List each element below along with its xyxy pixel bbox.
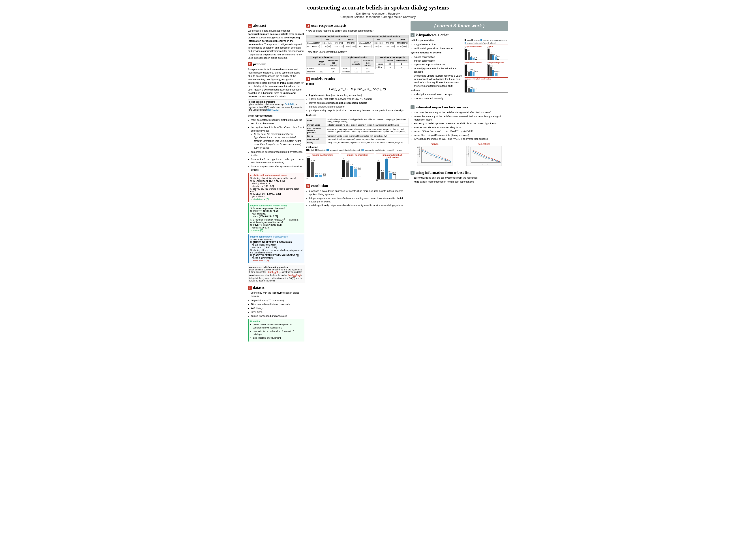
task-curves: natives 1.0 0.5 0 word-error-rate — [411, 142, 508, 166]
models-number: 4 — [306, 77, 310, 81]
svg-text:probability of task success: probability of task success — [468, 146, 470, 157]
dialog-explicit-correct: explicit confirmation (correct value) S:… — [248, 173, 305, 202]
k-hyp-content: belief representation k hypotheses + oth… — [411, 39, 508, 101]
explicit-chart: explicit confirmation 39.5 31.15 3.37 — [306, 153, 339, 182]
bar-unplanned-proposed-priors: 12.64 — [389, 173, 392, 179]
feature-row-initial: initial initial confidence score of top … — [306, 118, 409, 123]
feature-row-lexical: lexical number of words, lexical terms h… — [306, 134, 409, 137]
nbest-title: using information from n-best lists — [416, 170, 471, 175]
dialog-implicit-correct: implicit confirmation (correct value) S:… — [248, 203, 305, 233]
dataset-title: dataset — [253, 285, 264, 290]
models-title: models, results — [311, 77, 335, 81]
legend-proposed-priors: proposed model (basic + priors) — [361, 149, 393, 151]
feature-row-sysaction: system action indicators describing othe… — [306, 123, 409, 126]
feature-row-dialog: dialog dialog state, turn number, expect… — [306, 141, 409, 144]
impact-list: how does the accuracy of the belief upda… — [411, 111, 508, 141]
formula: Confupd(thc) ← M (Confinit(thc), SA(C), … — [306, 87, 409, 92]
page-title: constructing accurate beliefs in spoken … — [246, 0, 510, 12]
bar-unplanned-heuristic: 15.40 — [381, 172, 384, 179]
problem-header: 2 problem — [248, 62, 305, 67]
explicit-correct-table: explicit confirmation User correctsUser … — [306, 56, 339, 73]
evaluation-title: evaluation — [306, 146, 409, 148]
legend-initial: initial — [306, 149, 314, 151]
nbest-header: c using information from n-best lists — [411, 170, 508, 175]
k-hyp-letter: a — [411, 33, 415, 37]
dialog-implicit-incorrect: implicit confirmation (incorrect value) … — [248, 235, 305, 263]
strategic-table: users interact strategically –criticalco… — [375, 56, 409, 69]
chart-legend: initial heuristic proposed model (basic … — [306, 149, 409, 151]
response-tables-wrap: responses to explicit confirmations YesN… — [306, 34, 409, 49]
bar-implicit-proposed-basic: 23.37 — [350, 166, 353, 177]
dataset-list: user study with the RoomLine spoken dial… — [248, 291, 305, 318]
model-items: logistic model tree [one for each system… — [306, 94, 409, 112]
abstract-title: abstract — [253, 23, 266, 28]
bar-unplanned-oracle: 10.37 — [393, 174, 396, 179]
unplanned-chart-title: unplanned implicit confirmation — [376, 153, 409, 159]
belief-updating-box: belief updating problem: given an initia… — [248, 99, 305, 113]
correction-tables-wrap: explicit confirmation User correctsUser … — [306, 55, 409, 74]
curve-natives-chart: 1.0 0.5 0 word-error-rate probability of… — [411, 146, 459, 166]
svg-rect-8 — [466, 146, 502, 166]
implicit-chart-title: implicit confirmation — [341, 153, 374, 156]
abstract-number: 1 — [248, 24, 252, 28]
nbest-letter: c — [411, 171, 415, 175]
bar-explicit-heuristic: 31.15 — [311, 162, 314, 177]
curve-non-natives: non-natives 1.0 0.5 0 word-error-rate pr… — [460, 142, 508, 166]
question2: • how often users correct the system? — [306, 50, 409, 54]
k-hyp-title: k-hypotheses + other — [416, 33, 449, 37]
belief-rep-label: belief representation: — [248, 114, 305, 117]
evaluation-section: evaluation initial heuristic proposed mo… — [306, 146, 409, 182]
dataset-number: 3 — [248, 286, 252, 290]
legend-proposed-basic: proposed model (basic feature set) — [327, 149, 361, 151]
impact-title: estimated impact on task success — [416, 105, 468, 109]
bar-implicit-heuristic: 30.40 — [346, 162, 349, 177]
models-header: 4 models, results — [306, 77, 409, 81]
svg-rect-0 — [417, 146, 452, 166]
explicit-response-table: responses to explicit confirmations YesN… — [306, 35, 357, 48]
mini-chart-unexpected: unexpected updates 35.99 29.44 19.84 10.… — [487, 61, 508, 76]
problem-number: 2 — [248, 62, 252, 66]
curve-natives-title: natives — [411, 142, 459, 145]
eval-charts: explicit confirmation 39.5 31.15 3.37 — [306, 153, 409, 182]
conclusion-header: 5 conclusion — [306, 184, 409, 188]
svg-text:probability of task success: probability of task success — [419, 146, 420, 157]
bar-explicit-initial: 39.5 — [307, 158, 310, 177]
problem-title: problem — [253, 62, 266, 67]
mini-chart-explicit: explicit confirmation 39.5 29.17 7.96 4.… — [465, 44, 486, 60]
curve-non-natives-chart: 1.0 0.5 0 word-error-rate probability of… — [460, 146, 508, 166]
abstract-body: We propose a data-driven approach for co… — [248, 29, 305, 60]
belief-rep-label-right: belief representation — [411, 39, 434, 42]
k-hyp-legend: initial heuristic proposed model (basic … — [465, 39, 508, 44]
bar-implicit-initial: 35 — [342, 160, 345, 177]
mini-chart-request: request 19.14 9.44 7.21 5.36 3.56 — [487, 44, 508, 60]
divider-2 — [411, 168, 508, 168]
belief-rep-list: most accurately: probability distributio… — [248, 118, 305, 172]
unplanned-chart: unplanned implicit confirmation 38 15.40… — [376, 153, 409, 182]
legend-oracle: oracle — [393, 149, 402, 151]
user-response-number: 3 — [306, 24, 310, 28]
svg-text:word-error-rate: word-error-rate — [430, 164, 439, 166]
roomline-box: Roomline phone-based, mixed initiative s… — [248, 319, 305, 342]
k-hyp-header: a k-hypotheses + other — [411, 33, 508, 37]
question1: • how do users respond to correct and in… — [306, 29, 409, 33]
feature-row-acoustic: user response acoustic / prosodic acoust… — [306, 126, 409, 134]
nbest-list: currently: using only the top hypothesis… — [411, 176, 508, 183]
features-table: initial initial confidence score of top … — [306, 118, 409, 144]
compressed-belief-box: compressed belief updating problem: give… — [248, 265, 305, 283]
k-hyp-charts: initial heuristic proposed model (basic … — [465, 39, 508, 101]
legend-heuristic: heuristic — [315, 149, 326, 151]
conclusion-list: proposed a data-driven approach for cons… — [306, 189, 409, 207]
bar-explicit-proposed-basic: 3.37 — [315, 175, 318, 177]
bar-unplanned-initial: 38 — [377, 162, 380, 179]
mini-chart-unplanned: unplanned implicit confirmation 45.49 15… — [465, 77, 508, 93]
system-actions-label: system actions: all actions — [411, 51, 442, 54]
charts-grid: explicit confirmation 39.5 29.17 7.96 4.… — [465, 44, 508, 93]
impact-header: b estimated impact on task success — [411, 105, 508, 109]
bar-unplanned-proposed-basic: 44.36 — [385, 159, 388, 179]
mini-chart-implicit: implicit confirmation 35 12.64 17.84 13.… — [465, 61, 486, 76]
conclusion-title: conclusion — [311, 184, 328, 188]
future-work-header: ( current & future work ) — [411, 21, 508, 31]
k-hyp-text: belief representation k hypotheses + oth… — [411, 39, 463, 101]
authors: Dan Bohus, Alexander I. Rudnicky Compute… — [246, 12, 510, 21]
curve-non-natives-title: non-natives — [460, 142, 508, 145]
